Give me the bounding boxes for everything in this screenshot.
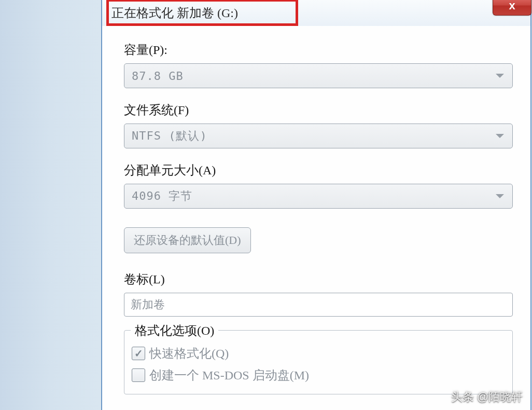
filesystem-dropdown[interactable]: NTFS (默认) [124,124,513,148]
volume-label-label: 卷标(L) [124,271,513,288]
filesystem-group: 文件系统(F) NTFS (默认) [124,102,513,148]
allocation-value: 4096 字节 [132,188,192,204]
chevron-down-icon [496,194,504,198]
dialog-content: 容量(P): 87.8 GB 文件系统(F) NTFS (默认) 分配单元大小(… [102,26,530,400]
titlebar[interactable]: 正在格式化 新加卷 (G:) x [102,0,530,26]
volume-label-group: 卷标(L) [124,271,513,317]
capacity-label: 容量(P): [124,42,513,58]
format-options-legend: 格式化选项(O) [131,322,218,339]
allocation-dropdown[interactable]: 4096 字节 [124,184,513,209]
format-dialog: 正在格式化 新加卷 (G:) x 容量(P): 87.8 GB 文件系统(F) … [101,0,531,410]
capacity-group: 容量(P): 87.8 GB [124,42,513,88]
filesystem-label: 文件系统(F) [124,102,513,118]
bootdisk-label: 创建一个 MS-DOS 启动盘(M) [149,367,309,384]
allocation-group: 分配单元大小(A) 4096 字节 [124,162,513,209]
quick-format-label: 快速格式化(Q) [149,345,229,362]
close-button[interactable]: x [493,0,531,16]
allocation-label: 分配单元大小(A) [124,162,513,179]
format-options-fieldset: 格式化选项(O) 快速格式化(Q) 创建一个 MS-DOS 启动盘(M) [124,330,513,394]
window-title: 正在格式化 新加卷 (G:) [111,5,238,21]
quick-format-row[interactable]: 快速格式化(Q) [132,345,504,362]
bootdisk-checkbox[interactable] [132,368,145,382]
capacity-dropdown[interactable]: 87.8 GB [124,63,513,88]
restore-defaults-button[interactable]: 还原设备的默认值(D) [124,227,251,253]
chevron-down-icon [496,74,504,78]
volume-label-input[interactable] [124,293,513,317]
quick-format-checkbox[interactable] [132,347,145,360]
close-icon: x [509,0,515,12]
chevron-down-icon [496,134,504,138]
restore-wrap: 还原设备的默认值(D) [124,227,513,253]
window-left-shadow [0,0,101,410]
capacity-value: 87.8 GB [132,70,184,83]
filesystem-value: NTFS (默认) [132,128,207,144]
bootdisk-row[interactable]: 创建一个 MS-DOS 启动盘(M) [132,367,504,384]
